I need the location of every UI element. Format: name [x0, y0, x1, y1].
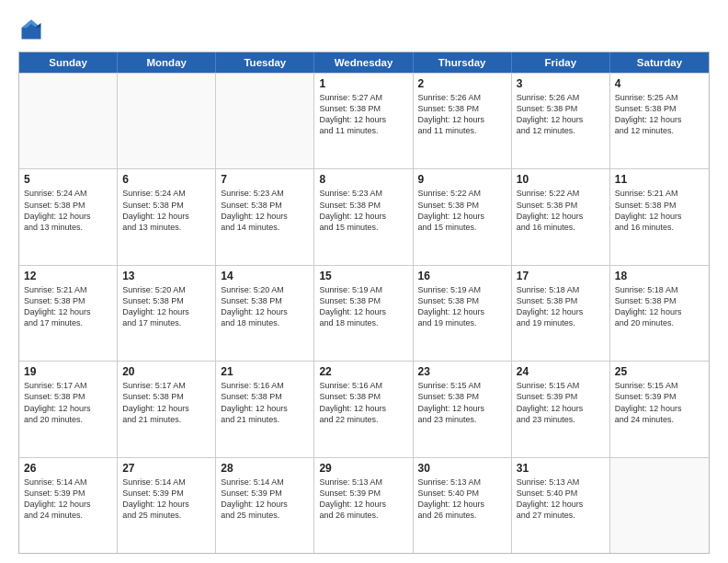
cell-text: Daylight: 12 hours — [517, 211, 605, 222]
cell-text: Sunset: 5:39 PM — [517, 391, 605, 402]
day-number: 17 — [517, 270, 605, 282]
cell-text: Sunrise: 5:20 AM — [122, 284, 210, 295]
weekday-header: Sunday — [19, 52, 118, 73]
cell-text: and 12 minutes. — [615, 125, 704, 136]
cell-text: Daylight: 12 hours — [418, 306, 506, 317]
cell-text: Sunrise: 5:17 AM — [122, 380, 210, 391]
day-number: 5 — [24, 173, 112, 186]
day-number: 4 — [615, 77, 704, 90]
cell-text: Sunrise: 5:13 AM — [517, 477, 605, 488]
day-number: 9 — [418, 173, 506, 186]
weekday-header: Monday — [118, 52, 216, 73]
calendar-cell: 5Sunrise: 5:24 AMSunset: 5:38 PMDaylight… — [19, 169, 118, 264]
cell-text: Daylight: 12 hours — [122, 499, 210, 510]
cell-text: and 25 minutes. — [122, 510, 210, 521]
cell-text: and 15 minutes. — [418, 222, 506, 233]
cell-text: Daylight: 12 hours — [319, 499, 407, 510]
calendar-cell — [610, 458, 709, 553]
weekday-header: Wednesday — [314, 52, 413, 73]
day-number: 10 — [517, 173, 605, 186]
cell-text: and 24 minutes. — [24, 510, 112, 521]
cell-text: and 20 minutes. — [615, 317, 704, 328]
calendar-cell: 27Sunrise: 5:14 AMSunset: 5:39 PMDayligh… — [118, 458, 216, 553]
calendar-cell: 11Sunrise: 5:21 AMSunset: 5:38 PMDayligh… — [610, 169, 709, 264]
day-number: 15 — [319, 270, 407, 282]
cell-text: Sunset: 5:38 PM — [319, 200, 407, 211]
cell-text: Daylight: 12 hours — [615, 211, 704, 222]
cell-text: Sunrise: 5:22 AM — [517, 188, 605, 199]
calendar-cell: 6Sunrise: 5:24 AMSunset: 5:38 PMDaylight… — [118, 169, 216, 264]
calendar-cell: 18Sunrise: 5:18 AMSunset: 5:38 PMDayligh… — [610, 266, 709, 361]
calendar-cell — [19, 74, 118, 168]
day-number: 21 — [221, 365, 309, 378]
cell-text: Sunset: 5:38 PM — [615, 103, 704, 114]
calendar-cell: 12Sunrise: 5:21 AMSunset: 5:38 PMDayligh… — [19, 266, 118, 361]
cell-text: Sunrise: 5:13 AM — [418, 477, 506, 488]
cell-text: Daylight: 12 hours — [24, 306, 112, 317]
weekday-header: Thursday — [414, 52, 512, 73]
cell-text: Sunrise: 5:22 AM — [418, 188, 506, 199]
calendar-body: 1Sunrise: 5:27 AMSunset: 5:38 PMDaylight… — [19, 73, 709, 553]
cell-text: Sunset: 5:40 PM — [418, 488, 506, 499]
cell-text: Sunrise: 5:21 AM — [615, 188, 704, 199]
calendar-cell: 3Sunrise: 5:26 AMSunset: 5:38 PMDaylight… — [512, 74, 610, 168]
cell-text: Daylight: 12 hours — [517, 114, 605, 125]
cell-text: and 13 minutes. — [24, 222, 112, 233]
calendar-cell: 14Sunrise: 5:20 AMSunset: 5:38 PMDayligh… — [216, 266, 314, 361]
calendar-cell: 30Sunrise: 5:13 AMSunset: 5:40 PMDayligh… — [414, 458, 512, 553]
cell-text: and 14 minutes. — [221, 222, 309, 233]
cell-text: Daylight: 12 hours — [122, 306, 210, 317]
logo-icon — [18, 17, 44, 42]
cell-text: Daylight: 12 hours — [221, 403, 309, 414]
cell-text: Sunset: 5:38 PM — [122, 200, 210, 211]
cell-text: Daylight: 12 hours — [319, 114, 407, 125]
day-number: 31 — [517, 462, 605, 475]
cell-text: Sunset: 5:38 PM — [221, 200, 309, 211]
calendar-header: SundayMondayTuesdayWednesdayThursdayFrid… — [19, 52, 709, 73]
cell-text: Daylight: 12 hours — [24, 211, 112, 222]
cell-text: Sunrise: 5:18 AM — [517, 284, 605, 295]
page: SundayMondayTuesdayWednesdayThursdayFrid… — [0, 0, 728, 563]
cell-text: Sunrise: 5:25 AM — [615, 92, 704, 103]
calendar-cell: 8Sunrise: 5:23 AMSunset: 5:38 PMDaylight… — [314, 169, 413, 264]
cell-text: Daylight: 12 hours — [517, 499, 605, 510]
cell-text: Sunrise: 5:19 AM — [418, 284, 506, 295]
cell-text: Sunset: 5:39 PM — [122, 488, 210, 499]
day-number: 8 — [319, 173, 407, 186]
day-number: 1 — [319, 77, 407, 90]
day-number: 29 — [319, 462, 407, 475]
cell-text: Sunrise: 5:19 AM — [319, 284, 407, 295]
cell-text: and 13 minutes. — [122, 222, 210, 233]
day-number: 22 — [319, 365, 407, 378]
cell-text: Sunrise: 5:26 AM — [418, 92, 506, 103]
cell-text: Sunrise: 5:14 AM — [24, 477, 112, 488]
calendar-cell: 13Sunrise: 5:20 AMSunset: 5:38 PMDayligh… — [118, 266, 216, 361]
cell-text: Sunrise: 5:14 AM — [122, 477, 210, 488]
cell-text: and 19 minutes. — [517, 317, 605, 328]
cell-text: Sunset: 5:38 PM — [418, 200, 506, 211]
cell-text: Daylight: 12 hours — [517, 306, 605, 317]
cell-text: Sunset: 5:38 PM — [517, 200, 605, 211]
cell-text: Sunrise: 5:15 AM — [418, 380, 506, 391]
cell-text: Sunrise: 5:23 AM — [221, 188, 309, 199]
cell-text: Sunset: 5:38 PM — [517, 103, 605, 114]
calendar-row: 12Sunrise: 5:21 AMSunset: 5:38 PMDayligh… — [19, 265, 709, 361]
cell-text: Sunrise: 5:17 AM — [24, 380, 112, 391]
calendar-cell: 24Sunrise: 5:15 AMSunset: 5:39 PMDayligh… — [512, 362, 610, 456]
cell-text: and 15 minutes. — [319, 222, 407, 233]
day-number: 30 — [418, 462, 506, 475]
cell-text: and 20 minutes. — [24, 414, 112, 425]
cell-text: Sunrise: 5:16 AM — [319, 380, 407, 391]
calendar-cell: 1Sunrise: 5:27 AMSunset: 5:38 PMDaylight… — [314, 74, 413, 168]
cell-text: Sunrise: 5:16 AM — [221, 380, 309, 391]
cell-text: and 19 minutes. — [418, 317, 506, 328]
calendar-cell: 23Sunrise: 5:15 AMSunset: 5:38 PMDayligh… — [414, 362, 512, 456]
day-number: 19 — [24, 365, 112, 378]
cell-text: Daylight: 12 hours — [418, 114, 506, 125]
day-number: 11 — [615, 173, 704, 186]
cell-text: Sunset: 5:39 PM — [615, 391, 704, 402]
day-number: 20 — [122, 365, 210, 378]
cell-text: Sunrise: 5:27 AM — [319, 92, 407, 103]
cell-text: Daylight: 12 hours — [418, 211, 506, 222]
day-number: 16 — [418, 270, 506, 282]
